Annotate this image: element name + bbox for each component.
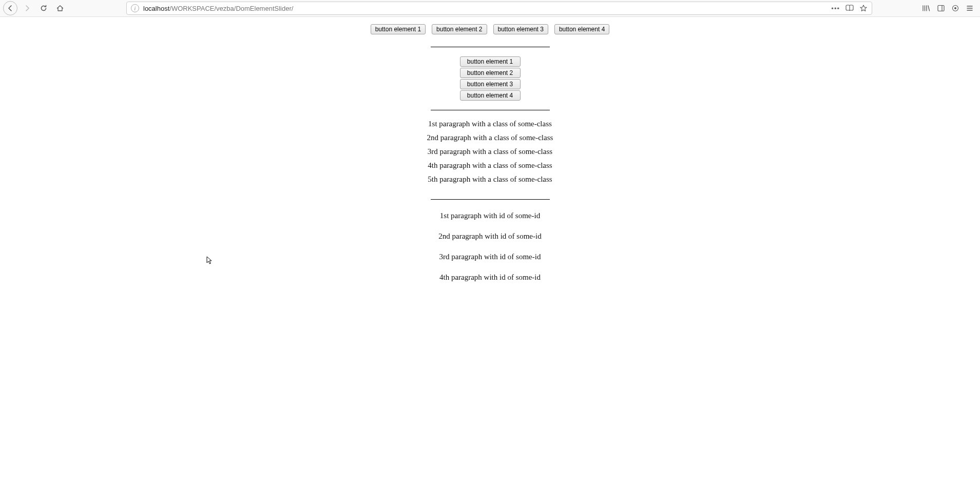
class-paragraph-5: 5th paragraph with a class of some-class (0, 175, 980, 184)
reader-icon[interactable] (845, 4, 854, 12)
button-element-1-horizontal[interactable]: button element 1 (371, 24, 426, 34)
library-icon[interactable] (921, 4, 931, 12)
id-paragraph-3: 3rd paragraph with id of some-id (0, 253, 980, 261)
button-row-horizontal: button element 1 button element 2 button… (371, 21, 610, 37)
class-paragraphs-block: 1st paragraph with a class of some-class… (0, 120, 980, 184)
svg-rect-0 (938, 6, 944, 11)
page-content: button element 1 button element 2 button… (0, 17, 980, 282)
hamburger-menu-icon[interactable] (966, 4, 974, 12)
svg-point-3 (954, 7, 956, 9)
browser-toolbar: i localhost/WORKSPACE/vezba/DomElementSl… (0, 0, 980, 17)
separator-1 (431, 47, 550, 47)
reload-button[interactable] (37, 2, 50, 15)
address-bar[interactable]: i localhost/WORKSPACE/vezba/DomElementSl… (126, 2, 872, 15)
separator-3 (431, 199, 550, 200)
bookmark-star-icon[interactable] (859, 4, 868, 12)
button-element-3-horizontal[interactable]: button element 3 (493, 24, 548, 34)
url-text: localhost/WORKSPACE/vezba/DomElementSlid… (143, 5, 293, 12)
sidebar-icon[interactable] (937, 4, 945, 12)
id-paragraph-1: 1st paragraph with id of some-id (0, 211, 980, 220)
button-element-1-vertical[interactable]: button element 1 (460, 56, 521, 67)
extension-icon[interactable] (951, 4, 959, 12)
more-icon[interactable]: ••• (831, 5, 840, 12)
url-host: localhost (143, 5, 169, 12)
back-button[interactable] (3, 1, 17, 15)
info-icon[interactable]: i (131, 4, 139, 12)
class-paragraph-4: 4th paragraph with a class of some-class (0, 161, 980, 170)
button-element-4-horizontal[interactable]: button element 4 (554, 24, 609, 34)
id-paragraph-2: 2nd paragraph with id of some-id (0, 232, 980, 241)
class-paragraph-3: 3rd paragraph with a class of some-class (0, 147, 980, 156)
class-paragraph-2: 2nd paragraph with a class of some-class (0, 133, 980, 142)
button-column-vertical: button element 1 button element 2 button… (0, 56, 980, 101)
id-paragraph-4: 4th paragraph with id of some-id (0, 273, 980, 282)
button-element-2-vertical[interactable]: button element 2 (460, 68, 521, 78)
button-element-3-vertical[interactable]: button element 3 (460, 79, 521, 89)
button-element-2-horizontal[interactable]: button element 2 (432, 24, 487, 34)
id-paragraphs-block: 1st paragraph with id of some-id 2nd par… (0, 211, 980, 282)
url-path: /WORKSPACE/vezba/DomElementSlider/ (169, 5, 293, 12)
forward-button[interactable] (21, 2, 34, 15)
home-button[interactable] (53, 2, 67, 15)
button-element-4-vertical[interactable]: button element 4 (460, 90, 521, 101)
class-paragraph-1: 1st paragraph with a class of some-class (0, 120, 980, 128)
separator-2 (431, 110, 550, 110)
